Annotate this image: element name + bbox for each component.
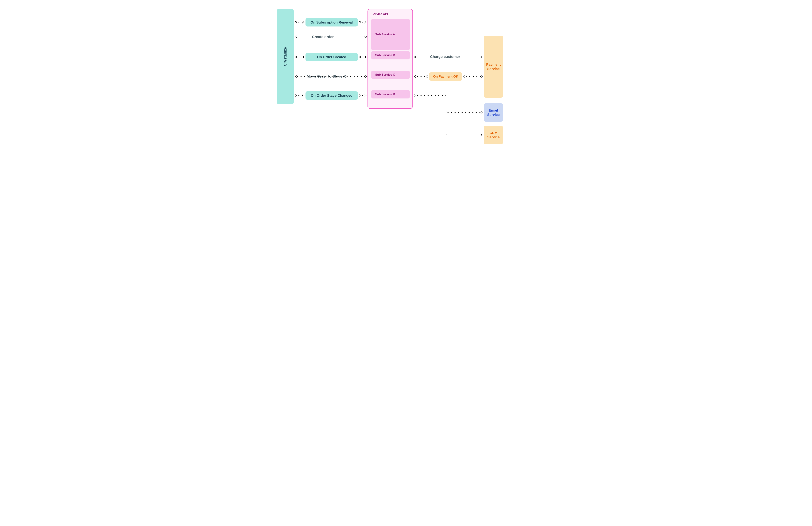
arrow-right-icon — [303, 94, 304, 97]
action-label-move-order: Move Order to Stage X — [306, 74, 346, 79]
service-api-panel: Service API Sub Service A Sub Service B … — [367, 9, 413, 109]
email-service-box: Email Service — [484, 103, 503, 122]
service-label: CRM Service — [485, 131, 502, 139]
service-label: Email Service — [485, 108, 502, 117]
crystallize-label: Crystallize — [283, 47, 288, 66]
crm-service-box: CRM Service — [484, 126, 503, 144]
arrow-right-icon — [481, 134, 482, 136]
port-icon — [359, 22, 361, 23]
arrow-right-icon — [365, 56, 366, 58]
arrow-left-icon — [464, 75, 465, 78]
arrow-right-icon — [481, 56, 482, 58]
event-label: On Subscription Renewal — [310, 20, 353, 25]
event-label: On Payment OK — [433, 74, 459, 79]
arrow-right-icon — [481, 111, 482, 114]
connector-line — [446, 112, 482, 112]
sub-service-d: Sub Service D — [371, 90, 410, 98]
arrow-right-icon — [365, 21, 366, 24]
arrow-right-icon — [303, 21, 304, 24]
sub-service-label: Sub Service C — [375, 73, 395, 76]
event-subscription-renewal: On Subscription Renewal — [305, 18, 358, 27]
port-icon — [481, 76, 483, 77]
port-icon — [295, 95, 296, 96]
port-icon — [365, 76, 366, 77]
arrow-right-icon — [303, 56, 304, 58]
port-icon — [414, 95, 416, 96]
port-icon — [414, 56, 416, 58]
connector-line — [446, 134, 482, 135]
crystallize-box: Crystallize — [277, 9, 294, 104]
sub-service-label: Sub Service A — [375, 33, 395, 36]
sub-service-label: Sub Service D — [375, 93, 395, 96]
sub-service-b: Sub Service B — [371, 51, 410, 59]
connector-line — [416, 96, 446, 134]
diagram-stage: Crystallize On Subscription Renewal On O… — [271, 0, 541, 175]
port-icon — [295, 56, 296, 58]
sub-service-a: Sub Service A — [371, 19, 410, 50]
port-icon — [365, 36, 366, 38]
arrow-left-icon — [414, 75, 416, 78]
action-label-create-order: Create order — [311, 35, 334, 39]
action-label-charge: Charge customer — [430, 55, 461, 59]
payment-service-box: Payment Service — [484, 36, 503, 98]
event-label: On Order Created — [317, 55, 346, 59]
arrow-right-icon — [365, 94, 366, 97]
sub-service-c: Sub Service C — [371, 71, 410, 79]
port-icon — [359, 95, 361, 96]
port-icon — [426, 76, 428, 77]
event-label: On Order Stage Changed — [311, 94, 352, 98]
event-stage-changed: On Order Stage Changed — [305, 91, 358, 100]
service-api-title: Service API — [372, 12, 388, 16]
port-icon — [295, 22, 296, 23]
port-icon — [359, 56, 361, 58]
sub-service-label: Sub Service B — [375, 54, 395, 57]
service-label: Payment Service — [485, 62, 502, 71]
arrow-left-icon — [295, 75, 297, 78]
event-on-payment-ok: On Payment OK — [429, 72, 462, 81]
event-order-created: On Order Created — [305, 53, 358, 61]
arrow-left-icon — [295, 35, 297, 38]
